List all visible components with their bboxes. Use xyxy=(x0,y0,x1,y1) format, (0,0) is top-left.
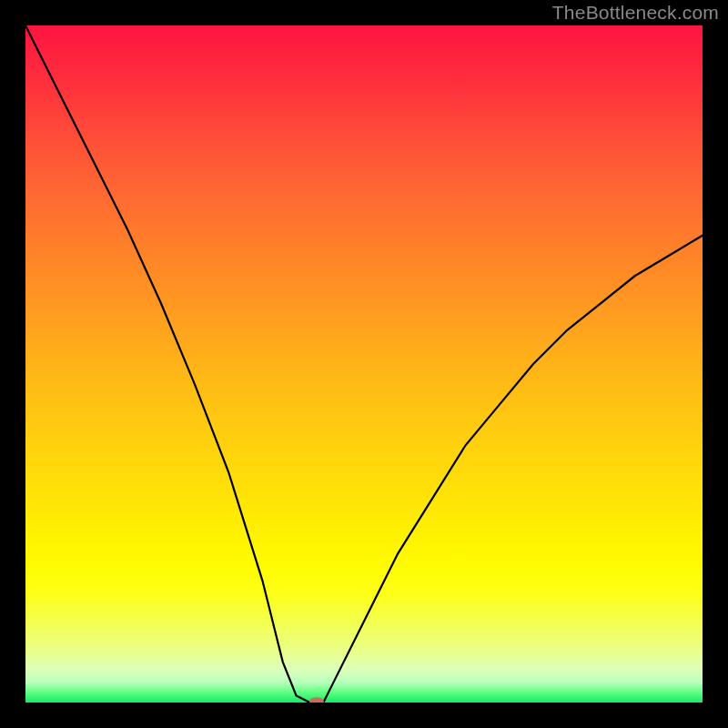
optimal-point-marker xyxy=(309,698,324,703)
plot-area xyxy=(25,25,703,703)
bottleneck-curve xyxy=(25,25,703,703)
chart-frame: TheBottleneck.com xyxy=(0,0,728,728)
watermark-text: TheBottleneck.com xyxy=(552,2,719,24)
